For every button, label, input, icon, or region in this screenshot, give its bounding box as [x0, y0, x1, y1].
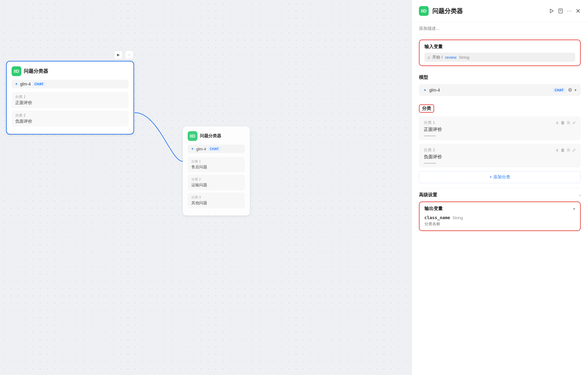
- secondary-model-icon: ✦: [191, 146, 194, 151]
- panel-actions: ··· ✕: [549, 7, 581, 15]
- model-select-name: glm-4: [429, 88, 550, 93]
- var-path: 开始 /: [432, 54, 442, 60]
- expand-icon-1[interactable]: ⤢: [572, 148, 576, 152]
- model-section: 模型 ✦ glm-4 CHAT ⚙ ▾: [419, 71, 581, 96]
- category-item-1: 分类 2 负面评价: [12, 110, 129, 127]
- model-section-title: 模型: [419, 75, 428, 80]
- var-home-icon: ⌂: [427, 55, 430, 60]
- panel-header: IID 问题分类器 ··· ✕: [412, 0, 588, 22]
- output-var-section: 输出变量 ▾ class_name String 分类名称: [419, 202, 581, 231]
- secondary-category-label-1: 分类 2: [191, 177, 241, 182]
- classify-divider-1: [424, 163, 436, 164]
- model-icon: ✦: [15, 82, 18, 86]
- classify-section-title: 分类: [419, 104, 434, 113]
- panel-icon: IID: [419, 6, 429, 16]
- secondary-category-value-1: 运输问题: [191, 182, 241, 188]
- secondary-chat-tag: CHAT: [208, 146, 221, 151]
- var-item: ⌂ 开始 / review String: [424, 53, 575, 62]
- panel-book-button[interactable]: [558, 8, 563, 14]
- secondary-category-0: 分类 1 售后问题: [188, 157, 245, 172]
- classify-item-actions-1: 4 🗑 ⎘ ⤢: [556, 148, 576, 152]
- classify-item-header-1: 分类 2 4 🗑 ⎘ ⤢: [424, 147, 576, 153]
- add-classify-button[interactable]: + 添加分类: [419, 171, 581, 183]
- classify-item-num-1: 4: [556, 148, 558, 152]
- add-classify-label: + 添加分类: [489, 174, 510, 180]
- advanced-title: 高级设置: [419, 192, 437, 198]
- classify-item-1: 分类 2 4 🗑 ⎘ ⤢ 负面评价: [419, 144, 581, 167]
- panel-close-button[interactable]: ✕: [576, 7, 581, 15]
- classify-item-0: 分类 1 4 🗑 ⎘ ⤢ 正面评价: [419, 116, 581, 140]
- advanced-chevron-icon: ›: [579, 193, 581, 198]
- category-label-1: 分类 2: [15, 113, 125, 118]
- panel-play-button[interactable]: [549, 8, 554, 14]
- description-input[interactable]: [419, 22, 581, 35]
- model-section-header: 模型: [419, 71, 581, 84]
- secondary-node: IID 问题分类器 ✦ glm-4 CHAT 分类 1 售后问题 分类 2 运输…: [183, 126, 250, 216]
- node-icon: IID: [12, 66, 21, 76]
- output-var-type: String: [452, 216, 463, 220]
- category-value-0: 正面评价: [15, 100, 125, 106]
- secondary-category-value-0: 售后问题: [191, 164, 241, 170]
- secondary-model-name: glm-4: [196, 147, 206, 151]
- var-type: String: [459, 55, 469, 60]
- output-var-chevron-icon: ▾: [573, 206, 575, 211]
- classify-item-label-0: 分类 1: [424, 120, 435, 125]
- var-name: review: [445, 55, 457, 60]
- chat-tag: CHAT: [33, 82, 45, 86]
- secondary-category-1: 分类 2 运输问题: [188, 175, 245, 190]
- model-select-chat-tag: CHAT: [553, 88, 565, 93]
- classify-item-value-1: 负面评价: [424, 154, 576, 160]
- settings-icon[interactable]: ⚙: [568, 87, 572, 93]
- classify-item-label-1: 分类 2: [424, 147, 435, 153]
- canvas: ▶ ··· IID 问题分类器 ✦ glm-4 CHAT 分类 1 正面评价 分…: [0, 0, 411, 375]
- node-controls: ▶ ···: [114, 51, 133, 59]
- svg-marker-0: [550, 9, 553, 13]
- classify-item-num-0: 4: [556, 121, 558, 125]
- classify-item-actions-0: 4 🗑 ⎘ ⤢: [556, 120, 576, 125]
- advanced-section[interactable]: 高级设置 ›: [419, 188, 581, 202]
- model-chevron-icon: ▾: [575, 88, 576, 92]
- secondary-node-icon: IID: [188, 131, 197, 141]
- output-var-name: class_name: [424, 215, 450, 220]
- right-panel: IID 问题分类器 ··· ✕ 输入变量: [411, 0, 588, 375]
- secondary-node-header: IID 问题分类器: [188, 131, 245, 141]
- panel-body: 输入变量 ⌂ 开始 / review String 模型 ✦ glm-4 CHA…: [412, 22, 588, 375]
- category-value-1: 负面评价: [15, 119, 125, 124]
- classify-section-header: 分类: [419, 101, 581, 116]
- secondary-category-label-0: 分类 1: [191, 159, 241, 164]
- output-var-row: class_name String: [424, 215, 575, 220]
- delete-icon-0[interactable]: 🗑: [561, 120, 565, 125]
- secondary-category-label-2: 分类 3: [191, 195, 241, 200]
- category-label-0: 分类 1: [15, 94, 125, 100]
- classify-section: 分类 分类 1 4 🗑 ⎘ ⤢ 正面评价: [419, 101, 581, 183]
- category-item-0: 分类 1 正面评价: [12, 92, 129, 108]
- output-var-title: 输出变量: [424, 206, 443, 212]
- copy-icon-1[interactable]: ⎘: [567, 148, 570, 152]
- copy-icon-0[interactable]: ⎘: [567, 120, 570, 125]
- expand-icon-0[interactable]: ⤢: [572, 120, 576, 125]
- node-header: IID 问题分类器: [12, 66, 129, 76]
- model-select-icon: ✦: [423, 88, 427, 93]
- more-button[interactable]: ···: [125, 51, 133, 59]
- secondary-category-2: 分类 3 其他问题: [188, 193, 245, 208]
- model-name: glm-4: [20, 82, 31, 86]
- secondary-category-value-2: 其他问题: [191, 200, 241, 206]
- secondary-model-badge: ✦ glm-4 CHAT: [188, 145, 245, 153]
- main-node: ▶ ··· IID 问题分类器 ✦ glm-4 CHAT 分类 1 正面评价 分…: [6, 61, 134, 135]
- node-title: 问题分类器: [24, 68, 48, 75]
- output-var-header: 输出变量 ▾: [424, 206, 575, 212]
- model-select[interactable]: ✦ glm-4 CHAT ⚙ ▾: [419, 84, 581, 96]
- secondary-node-title: 问题分类器: [200, 133, 221, 139]
- classify-item-header-0: 分类 1 4 🗑 ⎘ ⤢: [424, 120, 576, 125]
- output-var-desc: 分类名称: [424, 221, 575, 227]
- panel-title: 问题分类器: [432, 7, 545, 15]
- classify-item-value-0: 正面评价: [424, 127, 576, 132]
- input-var-title: 输入变量: [424, 44, 575, 50]
- panel-more-button[interactable]: ···: [567, 8, 572, 14]
- input-var-section: 输入变量 ⌂ 开始 / review String: [419, 40, 581, 66]
- play-button[interactable]: ▶: [114, 51, 122, 59]
- delete-icon-1[interactable]: 🗑: [561, 148, 565, 152]
- model-badge: ✦ glm-4 CHAT: [12, 80, 129, 88]
- classify-divider-0: [424, 135, 436, 136]
